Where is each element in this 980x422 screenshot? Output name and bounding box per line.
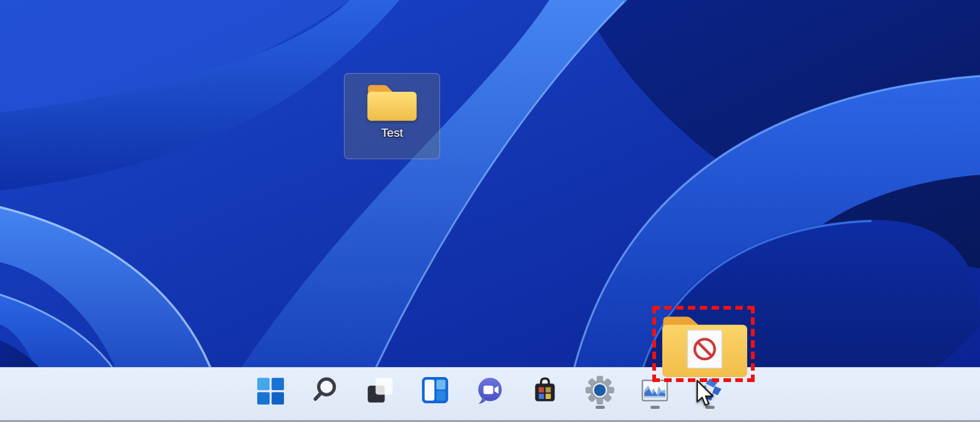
running-indicator — [705, 406, 715, 409]
desktop: Test — [0, 0, 980, 422]
task-view-icon — [366, 376, 394, 405]
taskbar-icon-row — [0, 368, 980, 422]
settings-gear-icon — [586, 376, 614, 405]
taskbar-search-button[interactable] — [311, 376, 340, 409]
folder-icon — [364, 81, 420, 124]
windows-start-icon — [256, 376, 285, 405]
widgets-icon — [421, 376, 449, 405]
taskbar-store-button[interactable] — [531, 376, 560, 409]
running-indicator — [595, 406, 605, 409]
taskbar-start-button[interactable] — [256, 376, 285, 409]
taskbar-settings-button[interactable] — [586, 376, 615, 409]
taskbar-chat-button[interactable] — [476, 376, 505, 409]
taskbar — [0, 367, 980, 422]
desktop-icon-test[interactable]: Test — [344, 73, 440, 159]
chat-icon — [476, 376, 504, 405]
running-indicator — [650, 406, 660, 409]
search-icon — [311, 376, 340, 405]
drag-highlight-annotation — [652, 306, 755, 382]
desktop-icon-label: Test — [381, 126, 403, 140]
taskbar-task-view-button[interactable] — [366, 376, 395, 409]
desktop-wallpaper — [0, 0, 980, 422]
store-icon — [531, 376, 559, 405]
taskbar-widgets-button[interactable] — [421, 376, 450, 409]
